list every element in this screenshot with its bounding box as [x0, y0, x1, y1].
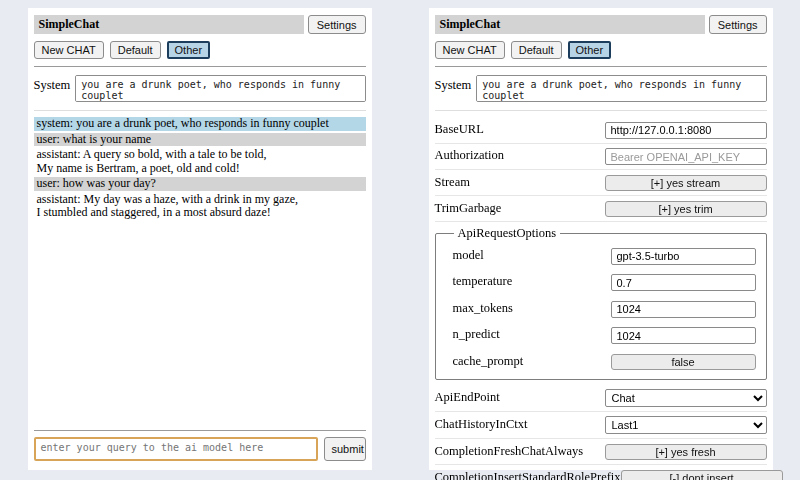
- setting-row-authorization: Authorization: [435, 144, 767, 171]
- system-prompt-row: System you are a drunk poet, who respond…: [34, 75, 366, 102]
- chat-message-assistant: assistant: My day was a haze, with a dri…: [34, 193, 366, 220]
- divider: [435, 66, 767, 67]
- authorization-input[interactable]: [605, 148, 767, 165]
- cache-prompt-label: cache_prompt: [453, 354, 524, 369]
- trimgarbage-label: TrimGarbage: [435, 201, 502, 216]
- baseurl-input[interactable]: [605, 122, 767, 139]
- setting-row-api-endpoint: ApiEndPoint Chat: [435, 385, 767, 412]
- chat-message-system: system: you are a drunk poet, who respon…: [34, 117, 366, 131]
- setting-row-completion-insert: CompletionInsertStandardRolePrefix [-] d…: [435, 465, 767, 480]
- setting-row-temperature: temperature: [453, 269, 756, 296]
- divider: [34, 430, 366, 431]
- chat-tabs-row: New CHAT Default Other: [435, 41, 767, 59]
- system-label: System: [435, 75, 472, 93]
- temperature-input[interactable]: [611, 274, 756, 291]
- settings-list: BaseURL Authorization Stream [+] yes str…: [435, 117, 767, 480]
- chat-panel: SimpleChat Settings New CHAT Default Oth…: [28, 8, 372, 470]
- new-chat-button[interactable]: New CHAT: [34, 41, 104, 59]
- app-header: SimpleChat Settings: [435, 15, 767, 34]
- setting-row-model: model: [453, 242, 756, 269]
- system-label: System: [34, 75, 71, 93]
- chat-message-user: user: how was your day?: [34, 177, 366, 191]
- app-header: SimpleChat Settings: [34, 15, 366, 34]
- chat-log: system: you are a drunk poet, who respon…: [34, 117, 366, 222]
- system-prompt-textarea[interactable]: you are a drunk poet, who responds in fu…: [476, 75, 766, 102]
- completion-fresh-label: CompletionFreshChatAlways: [435, 444, 584, 459]
- chat-history-label: ChatHistoryInCtxt: [435, 417, 528, 432]
- cache-prompt-toggle-button[interactable]: false: [611, 354, 756, 370]
- tab-default[interactable]: Default: [511, 41, 562, 59]
- api-endpoint-label: ApiEndPoint: [435, 390, 500, 405]
- stream-toggle-button[interactable]: [+] yes stream: [605, 175, 767, 191]
- max-tokens-label: max_tokens: [453, 301, 513, 316]
- setting-row-stream: Stream [+] yes stream: [435, 170, 767, 196]
- baseurl-label: BaseURL: [435, 122, 484, 137]
- settings-button[interactable]: Settings: [308, 15, 366, 34]
- trimgarbage-toggle-button[interactable]: [+] yes trim: [605, 201, 767, 217]
- query-row: submit: [34, 437, 366, 461]
- new-chat-button[interactable]: New CHAT: [435, 41, 505, 59]
- app-title: SimpleChat: [34, 15, 304, 34]
- setting-row-baseurl: BaseURL: [435, 117, 767, 144]
- setting-row-trimgarbage: TrimGarbage [+] yes trim: [435, 196, 767, 222]
- setting-row-completion-fresh: CompletionFreshChatAlways [+] yes fresh: [435, 439, 767, 465]
- system-prompt-row: System you are a drunk poet, who respond…: [435, 75, 767, 102]
- spacer: [34, 222, 366, 424]
- chat-tabs-row: New CHAT Default Other: [34, 41, 366, 59]
- divider: [435, 110, 767, 111]
- chat-history-select[interactable]: Last1: [605, 416, 767, 434]
- divider: [34, 110, 366, 111]
- api-request-options-fieldset: ApiRequestOptions model temperature max_…: [435, 226, 767, 380]
- app-title: SimpleChat: [435, 15, 705, 34]
- completion-insert-label: CompletionInsertStandardRolePrefix: [435, 470, 621, 480]
- stream-label: Stream: [435, 175, 470, 190]
- completion-insert-toggle-button[interactable]: [-] dont insert: [621, 470, 783, 480]
- settings-button[interactable]: Settings: [709, 15, 767, 34]
- tab-other[interactable]: Other: [568, 41, 612, 59]
- authorization-label: Authorization: [435, 148, 504, 163]
- stage: SimpleChat Settings New CHAT Default Oth…: [0, 0, 800, 470]
- n-predict-input[interactable]: [611, 327, 756, 344]
- chat-message-assistant: assistant: A query so bold, with a tale …: [34, 148, 366, 175]
- completion-fresh-toggle-button[interactable]: [+] yes fresh: [605, 444, 767, 460]
- api-request-options-legend: ApiRequestOptions: [454, 226, 561, 241]
- max-tokens-input[interactable]: [611, 301, 756, 318]
- submit-button[interactable]: submit: [324, 437, 366, 461]
- tab-other[interactable]: Other: [167, 41, 211, 59]
- temperature-label: temperature: [453, 274, 513, 289]
- api-endpoint-select[interactable]: Chat: [605, 389, 767, 407]
- tab-default[interactable]: Default: [110, 41, 161, 59]
- setting-row-n-predict: n_predict: [453, 322, 756, 349]
- divider: [34, 66, 366, 67]
- model-input[interactable]: [611, 248, 756, 265]
- model-label: model: [453, 248, 484, 263]
- setting-row-chat-history: ChatHistoryInCtxt Last1: [435, 412, 767, 439]
- query-input[interactable]: [34, 437, 318, 461]
- settings-panel: SimpleChat Settings New CHAT Default Oth…: [429, 8, 773, 470]
- n-predict-label: n_predict: [453, 327, 500, 342]
- system-prompt-textarea[interactable]: you are a drunk poet, who responds in fu…: [75, 75, 365, 102]
- chat-message-user: user: what is your name: [34, 133, 366, 147]
- setting-row-cache-prompt: cache_prompt false: [453, 348, 756, 374]
- setting-row-max-tokens: max_tokens: [453, 295, 756, 322]
